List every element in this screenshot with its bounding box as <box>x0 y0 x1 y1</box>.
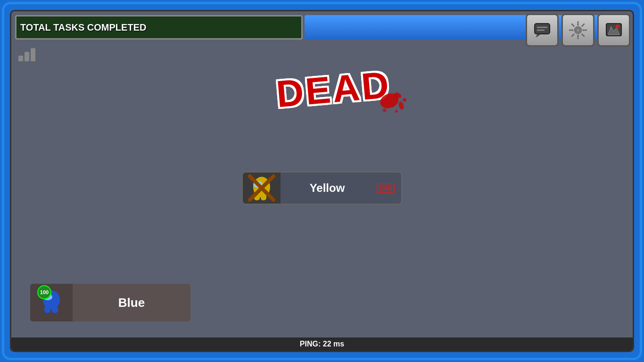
task-bar: TOTAL TASKS COMPLETED <box>15 15 303 40</box>
ping-text: PING: 22 ms <box>300 340 344 348</box>
map-icon <box>604 21 623 40</box>
svg-marker-1 <box>536 34 541 38</box>
svg-rect-32 <box>44 306 50 313</box>
svg-point-22 <box>395 110 398 113</box>
map-button[interactable] <box>597 14 630 47</box>
svg-line-9 <box>572 24 574 26</box>
settings-button[interactable] <box>561 14 594 47</box>
signal-bars <box>18 48 35 61</box>
dead-text-container: DEAD <box>276 68 391 111</box>
svg-line-12 <box>572 34 574 37</box>
player-avatar-yellow <box>243 172 281 205</box>
signal-bar-3 <box>31 48 35 61</box>
outer-frame: TOTAL TASKS COMPLETED <box>2 2 642 360</box>
task-badge: 100 <box>37 285 51 299</box>
player-card-yellow: Yellow DVD <box>242 172 402 205</box>
signal-bar-2 <box>25 52 29 61</box>
svg-rect-27 <box>261 194 266 200</box>
svg-point-23 <box>383 108 387 112</box>
svg-point-20 <box>398 101 405 110</box>
among-us-character: 100 <box>40 288 63 318</box>
player-name-yellow: Yellow <box>281 181 374 195</box>
gear-icon <box>569 21 587 40</box>
svg-line-11 <box>582 24 585 26</box>
chat-icon <box>533 21 552 40</box>
blood-splatter <box>371 82 408 120</box>
svg-rect-33 <box>52 306 58 313</box>
game-area: TOTAL TASKS COMPLETED <box>10 10 634 352</box>
player-panel-blue: 100 Blue <box>30 284 190 321</box>
dvd-label: DVD <box>377 183 394 193</box>
task-bar-label: TOTAL TASKS COMPLETED <box>20 22 146 33</box>
svg-line-10 <box>582 34 585 37</box>
ping-bar: PING: 22 ms <box>11 337 633 351</box>
player-avatar-blue-container: 100 <box>30 284 73 321</box>
svg-rect-0 <box>535 24 550 34</box>
yellow-character <box>248 174 276 202</box>
svg-point-21 <box>403 98 406 102</box>
signal-bar-1 <box>18 56 23 61</box>
player-name-blue: Blue <box>73 296 190 310</box>
chat-button[interactable] <box>526 14 559 47</box>
dvd-badge: DVD <box>374 179 397 197</box>
svg-point-14 <box>576 28 580 32</box>
top-right-buttons <box>526 14 630 47</box>
